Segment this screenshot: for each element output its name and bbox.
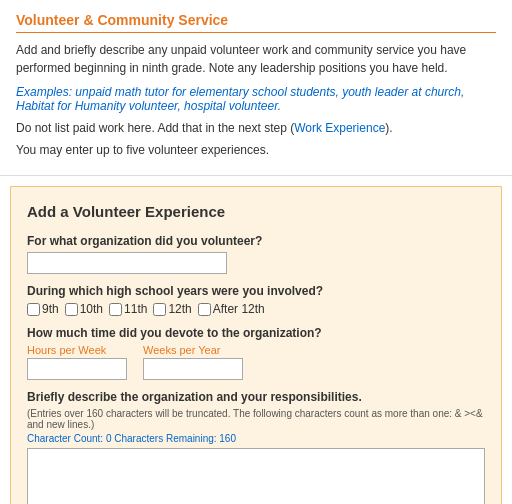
checkbox-12th[interactable]: 12th <box>153 302 191 316</box>
checkbox-12th-input[interactable] <box>153 303 166 316</box>
note-text: Do not list paid work here. Add that in … <box>16 121 496 135</box>
hours-field: Hours per Week <box>27 344 127 380</box>
weeks-input[interactable] <box>143 358 243 380</box>
org-label: For what organization did you volunteer? <box>27 234 485 248</box>
years-label: During which high school years were you … <box>27 284 485 298</box>
desc-field-group: Briefly describe the organization and yo… <box>27 390 485 504</box>
hours-input[interactable] <box>27 358 127 380</box>
weeks-label: Weeks per Year <box>143 344 243 356</box>
checkbox-11th[interactable]: 11th <box>109 302 147 316</box>
time-field-group: How much time did you devote to the orga… <box>27 326 485 380</box>
checkbox-9th[interactable]: 9th <box>27 302 59 316</box>
top-section: Volunteer & Community Service Add and br… <box>0 0 512 176</box>
org-field-group: For what organization did you volunteer? <box>27 234 485 274</box>
limit-text: You may enter up to five volunteer exper… <box>16 143 496 157</box>
desc-textarea[interactable] <box>27 448 485 504</box>
years-field-group: During which high school years were you … <box>27 284 485 316</box>
volunteer-form: Add a Volunteer Experience For what orga… <box>10 186 502 504</box>
checkbox-10th-input[interactable] <box>65 303 78 316</box>
org-input[interactable] <box>27 252 227 274</box>
work-experience-link[interactable]: Work Experience <box>294 121 385 135</box>
checkbox-12th-label: 12th <box>168 302 191 316</box>
checkbox-9th-label: 9th <box>42 302 59 316</box>
weeks-field: Weeks per Year <box>143 344 243 380</box>
checkbox-11th-label: 11th <box>124 302 147 316</box>
checkbox-after12th-label: After 12th <box>213 302 265 316</box>
time-label: How much time did you devote to the orga… <box>27 326 485 340</box>
checkbox-after12th-input[interactable] <box>198 303 211 316</box>
description-text: Add and briefly describe any unpaid volu… <box>16 41 496 77</box>
checkbox-10th[interactable]: 10th <box>65 302 103 316</box>
examples-text: Examples: unpaid math tutor for elementa… <box>16 85 496 113</box>
years-checkboxes: 9th 10th 11th 12th After 12th <box>27 302 485 316</box>
char-count-line: Character Count: 0 Characters Remaining:… <box>27 433 485 444</box>
form-title: Add a Volunteer Experience <box>27 203 485 220</box>
hours-label: Hours per Week <box>27 344 127 356</box>
checkbox-10th-label: 10th <box>80 302 103 316</box>
checkbox-11th-input[interactable] <box>109 303 122 316</box>
char-info: (Entries over 160 characters will be tru… <box>27 408 485 430</box>
hours-weeks-row: Hours per Week Weeks per Year <box>27 344 485 380</box>
checkbox-after12th[interactable]: After 12th <box>198 302 265 316</box>
desc-label: Briefly describe the organization and yo… <box>27 390 485 404</box>
section-title: Volunteer & Community Service <box>16 12 496 33</box>
checkbox-9th-input[interactable] <box>27 303 40 316</box>
